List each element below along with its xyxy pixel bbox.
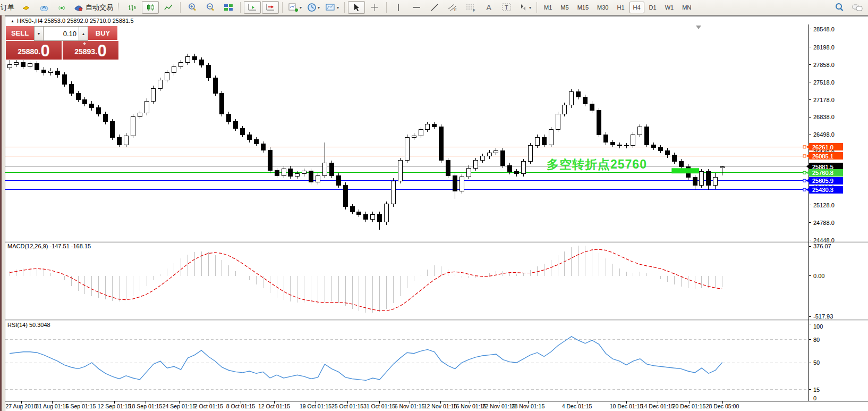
chart-canvas[interactable]: 28548.028198.027858.027518.027178.026838… [5,24,868,411]
svg-text:12 Sep 01:15: 12 Sep 01:15 [98,403,131,409]
auto-scroll-icon[interactable] [244,1,261,14]
new-chart-button[interactable]: ▾ [286,1,304,14]
tab-m30[interactable]: M30 [593,2,612,13]
chat-icon[interactable] [849,1,866,14]
buy-price-display[interactable]: 25893 . 0 [63,41,118,60]
volume-input[interactable] [44,27,78,40]
rsi-label: RSI(14) 50.3048 [7,322,50,328]
sell-price-main: 25880 [18,44,38,60]
svg-text:0.00: 0.00 [813,273,824,279]
buy-price-pips: 0 [98,42,107,60]
mql5-cloud-icon[interactable] [36,1,53,14]
svg-text:26261.0: 26261.0 [812,144,833,150]
candlestick-mode-icon[interactable] [142,1,159,14]
svg-text:26838.0: 26838.0 [813,114,835,120]
chart-title: HK50-,H4 25853.0 25892.0 25710.0 25881.5 [17,18,134,24]
svg-text:24 Sep 01:15: 24 Sep 01:15 [163,403,196,409]
volume-decrease-button[interactable]: ▼ [34,26,44,41]
signals-icon[interactable] [54,1,71,14]
svg-text:25605.9: 25605.9 [812,178,833,184]
buy-price-main: 25893 [74,44,95,60]
svg-text:28548.0: 28548.0 [813,26,835,32]
svg-text:24448.0: 24448.0 [813,237,835,244]
sell-price-pips: 0 [41,42,50,60]
fibonacci-tool-icon[interactable]: F [462,1,479,14]
text-label-tool-icon[interactable]: T [498,1,515,14]
tile-windows-icon[interactable] [220,1,237,14]
cursor-tool-icon[interactable] [348,1,365,14]
vertical-line-tool-icon[interactable] [390,1,407,14]
tab-d1[interactable]: D1 [645,2,660,13]
svg-text:10 Dec 01:15: 10 Dec 01:15 [610,403,643,409]
tab-h4[interactable]: H4 [629,2,644,13]
svg-text:25430.3: 25430.3 [812,187,833,193]
svg-text:100: 100 [813,323,823,330]
svg-text:27 Aug 2018: 27 Aug 2018 [6,403,37,409]
svg-text:12 Oct 01:15: 12 Oct 01:15 [258,403,290,409]
svg-text:F: F [473,9,475,12]
svg-text:6 Nov 01:15: 6 Nov 01:15 [395,403,425,409]
trendline-tool-icon[interactable] [426,1,443,14]
svg-text:E: E [454,8,457,12]
svg-text:26498.0: 26498.0 [813,131,835,138]
tab-m5[interactable]: M5 [557,2,572,13]
templates-button[interactable]: ▾ [323,1,341,14]
macd-histogram [10,246,722,313]
window-collapse-icon[interactable]: ▲ [11,19,14,23]
one-click-trading-panel: SELL ▼ ▲ BUY 25880 . 0 25893 . 0 [6,26,118,60]
periods-button[interactable]: ▾ [305,1,322,14]
chart-titlebar[interactable]: ▲ HK50-,H4 25853.0 25892.0 25710.0 25881… [5,16,868,24]
bar-chart-mode-icon[interactable] [124,1,141,14]
svg-text:-517.93: -517.93 [813,313,833,320]
svg-text:31 Aug 01:15: 31 Aug 01:15 [36,403,69,409]
text-tool-icon[interactable]: A [480,1,497,14]
svg-text:25 Oct 01:15: 25 Oct 01:15 [331,403,363,409]
horizontal-line-tool-icon[interactable] [408,1,425,14]
sell-price-display[interactable]: 25880 . 0 [6,41,62,60]
svg-text:28 Nov 01:15: 28 Nov 01:15 [512,403,545,409]
svg-text:20 Dec 01:15: 20 Dec 01:15 [673,403,706,409]
chart-shift-icon[interactable] [262,1,279,14]
highlight-rect[interactable] [671,168,699,173]
svg-text:15: 15 [813,387,820,393]
chart-workspace: ▲ HK50-,H4 25853.0 25892.0 25710.0 25881… [0,15,868,411]
chart-shift-marker [696,26,701,29]
zoom-out-icon[interactable] [202,1,219,14]
svg-text:0: 0 [813,395,816,401]
line-chart-mode-icon[interactable] [160,1,177,14]
svg-text:27858.0: 27858.0 [813,62,835,68]
svg-text:2 Oct 01:15: 2 Oct 01:15 [194,403,223,409]
svg-text:8 Oct 01:15: 8 Oct 01:15 [226,403,255,409]
buy-button[interactable]: BUY [88,26,117,41]
sell-button[interactable]: SELL [6,26,34,41]
rsi-line [10,337,722,381]
annotation-text[interactable]: 多空转折点25760 [547,156,647,173]
equidistant-channel-tool-icon[interactable]: E [444,1,461,14]
volume-increase-button[interactable]: ▲ [79,26,88,41]
volume-field-wrap [44,26,79,41]
orders-toolbar-label[interactable]: 订单 [0,3,16,12]
svg-text:50: 50 [813,359,820,366]
svg-text:28 Dec 05:00: 28 Dec 05:00 [706,403,739,409]
macd-label: MACD(12,26,9) -147.51 -168.15 [7,243,91,249]
svg-text:25128.0: 25128.0 [813,202,835,208]
tab-m15[interactable]: M15 [574,2,592,13]
svg-text:12 Nov 01:15: 12 Nov 01:15 [424,403,457,409]
main-toolbar: 订单 自动交易 ▾ ▾ ▾ [0,0,868,15]
crosshair-tool-icon[interactable] [366,1,383,14]
candles [7,54,725,230]
tab-w1[interactable]: W1 [661,2,678,13]
arrows-tool-icon[interactable]: ▾ [516,1,533,14]
zoom-in-icon[interactable] [184,1,201,14]
svg-text:28198.0: 28198.0 [813,44,835,51]
svg-text:6 Sep 01:15: 6 Sep 01:15 [66,403,96,409]
tab-m1[interactable]: M1 [540,2,556,13]
svg-text:19 Oct 01:15: 19 Oct 01:15 [300,403,331,409]
tab-mn[interactable]: MN [678,2,695,13]
svg-text:16 Nov 01:15: 16 Nov 01:15 [453,403,487,409]
new-order-icon[interactable] [18,1,35,14]
search-icon[interactable] [831,1,848,14]
svg-text:31 Oct 01:15: 31 Oct 01:15 [363,403,395,409]
autotrading-button[interactable]: 自动交易 [72,1,115,14]
tab-h1[interactable]: H1 [613,2,628,13]
